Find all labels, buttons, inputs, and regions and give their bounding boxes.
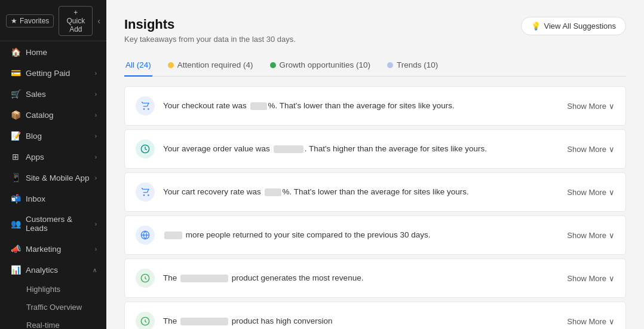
sidebar-item-label: Catalog xyxy=(26,111,54,120)
sidebar-item-apps[interactable]: ⊞ Apps › xyxy=(2,147,104,167)
sidebar-item-customers-leads[interactable]: 👥 Customers & Leads › xyxy=(2,209,104,238)
chevron-right-icon: › xyxy=(95,133,97,139)
show-more-label: Show More xyxy=(567,274,606,283)
show-more-button-6[interactable]: Show More ∨ xyxy=(567,317,615,326)
show-more-button-3[interactable]: Show More ∨ xyxy=(567,188,615,197)
sidebar-item-inbox[interactable]: 📬 Inbox xyxy=(2,188,104,209)
catalog-icon: 📦 xyxy=(11,110,20,120)
page-subtitle: Key takeaways from your data in the last… xyxy=(124,35,296,44)
analytics-icon: 📊 xyxy=(11,265,20,275)
quick-add-button[interactable]: + Quick Add xyxy=(59,6,93,36)
show-more-label: Show More xyxy=(567,188,606,197)
tab-growth[interactable]: Growth opportunities (10) xyxy=(269,56,372,77)
chevron-down-icon: ∨ xyxy=(609,274,615,283)
show-more-label: Show More xyxy=(567,102,606,111)
tab-attention-label: Attention required (4) xyxy=(177,60,253,69)
marketing-icon: 📣 xyxy=(11,244,20,254)
sidebar-item-blog[interactable]: 📝 Blog › xyxy=(2,126,104,146)
insight-card-1: Your checkout rate was %. That's lower t… xyxy=(124,86,626,126)
chevron-down-icon: ∧ xyxy=(93,267,97,273)
insight-icon-2 xyxy=(136,139,155,159)
sidebar-item-label: Blog xyxy=(26,132,42,141)
apps-icon: ⊞ xyxy=(11,152,20,162)
sidebar-item-real-time[interactable]: Real-time xyxy=(2,316,104,329)
view-all-suggestions-button[interactable]: 💡 View All Suggestions xyxy=(521,17,626,35)
chevron-right-icon: › xyxy=(95,91,97,98)
sidebar-item-label: Customers & Leads xyxy=(26,215,95,233)
show-more-button-4[interactable]: Show More ∨ xyxy=(567,231,615,240)
lightbulb-icon: 💡 xyxy=(531,22,541,31)
favorites-label: Favorites xyxy=(20,17,49,25)
sidebar-item-label: Marketing xyxy=(26,245,61,254)
tab-trends-label: Trends (10) xyxy=(397,60,438,69)
sidebar-item-site-mobile[interactable]: 📱 Site & Mobile App › xyxy=(2,167,104,188)
cart-icon: 🛒 xyxy=(11,89,20,99)
insight-card-3: Your cart recovery rate was %. That's lo… xyxy=(124,172,626,212)
customers-icon: 👥 xyxy=(11,219,20,229)
sidebar-item-getting-paid[interactable]: 💳 Getting Paid › xyxy=(2,63,104,83)
tab-attention[interactable]: Attention required (4) xyxy=(167,56,254,77)
insight-icon-5 xyxy=(136,269,155,288)
show-more-button-5[interactable]: Show More ∨ xyxy=(567,274,615,283)
sidebar-item-label: Inbox xyxy=(26,194,45,203)
sidebar-item-label: Analytics xyxy=(26,266,58,275)
sidebar-item-analytics[interactable]: 📊 Analytics ∧ xyxy=(2,260,104,280)
growth-dot xyxy=(270,62,276,68)
insight-text-5: The product generates the most revenue. xyxy=(163,273,559,284)
insight-card-5: The product generates the most revenue. … xyxy=(124,258,626,298)
sidebar-item-catalog[interactable]: 📦 Catalog › xyxy=(2,105,104,125)
svg-point-3 xyxy=(143,195,144,196)
insight-text-3: Your cart recovery rate was %. That's lo… xyxy=(163,187,559,198)
home-icon: 🏠 xyxy=(11,47,20,57)
main-content: Insights Key takeaways from your data in… xyxy=(106,0,644,329)
insight-text-1: Your checkout rate was %. That's lower t… xyxy=(163,100,559,112)
show-more-button-2[interactable]: Show More ∨ xyxy=(567,145,615,154)
show-more-label: Show More xyxy=(567,317,606,326)
tab-growth-label: Growth opportunities (10) xyxy=(280,60,370,69)
view-all-label: View All Suggestions xyxy=(544,22,616,31)
star-icon: ★ xyxy=(11,17,17,25)
collapse-sidebar-button[interactable]: ‹ xyxy=(97,16,100,26)
sidebar-item-label: Sales xyxy=(26,90,46,99)
inbox-icon: 📬 xyxy=(11,194,20,203)
tab-all[interactable]: All (24) xyxy=(124,56,152,77)
credit-card-icon: 💳 xyxy=(11,68,20,78)
insight-text-2: Your average order value was . That's hi… xyxy=(163,144,559,155)
quick-add-label: + Quick Add xyxy=(63,8,88,33)
sidebar-item-highlights[interactable]: Highlights xyxy=(2,281,104,298)
show-more-label: Show More xyxy=(567,145,606,154)
chevron-right-icon: › xyxy=(95,246,97,252)
chevron-down-icon: ∨ xyxy=(609,102,615,111)
sidebar-top: ★ Favorites + Quick Add ‹ xyxy=(0,0,106,41)
insights-list: Your checkout rate was %. That's lower t… xyxy=(124,86,626,329)
chevron-down-icon: ∨ xyxy=(609,231,615,240)
insight-icon-1 xyxy=(136,96,155,115)
chevron-down-icon: ∨ xyxy=(609,188,615,197)
insight-card-6: The product has high conversion Show Mor… xyxy=(124,301,626,329)
sidebar-item-marketing[interactable]: 📣 Marketing › xyxy=(2,239,104,259)
insight-icon-3 xyxy=(136,182,155,202)
blog-icon: 📝 xyxy=(11,131,20,141)
svg-point-4 xyxy=(148,195,149,196)
insight-text-6: The product has high conversion xyxy=(163,316,559,327)
chevron-right-icon: › xyxy=(95,221,97,227)
chevron-right-icon: › xyxy=(95,175,97,181)
tab-all-label: All (24) xyxy=(125,60,151,69)
attention-dot xyxy=(168,62,174,68)
insight-icon-6 xyxy=(136,312,155,329)
mobile-icon: 📱 xyxy=(11,173,20,182)
insight-text-4: more people returned to your site compar… xyxy=(163,230,559,241)
sidebar-item-home[interactable]: 🏠 Home xyxy=(2,42,104,62)
sidebar-item-traffic-overview[interactable]: Traffic Overview xyxy=(2,298,104,316)
chevron-down-icon: ∨ xyxy=(609,317,615,326)
show-more-button-1[interactable]: Show More ∨ xyxy=(567,102,615,111)
redacted-value xyxy=(164,231,182,239)
sidebar: ★ Favorites + Quick Add ‹ 🏠 Home 💳 Getti… xyxy=(0,0,106,329)
tab-trends[interactable]: Trends (10) xyxy=(386,56,439,77)
sidebar-item-sales[interactable]: 🛒 Sales › xyxy=(2,84,104,104)
trends-dot xyxy=(387,62,393,68)
sidebar-item-label: Apps xyxy=(26,153,44,162)
svg-point-1 xyxy=(148,109,149,109)
insight-card-4: more people returned to your site compar… xyxy=(124,215,626,255)
favorites-button[interactable]: ★ Favorites xyxy=(6,14,54,28)
